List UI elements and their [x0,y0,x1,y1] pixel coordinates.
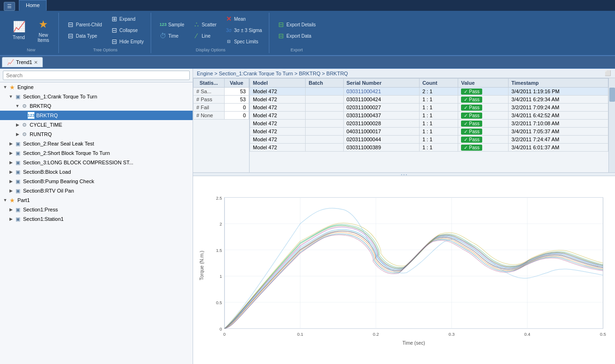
cell-model: Model 472 [250,144,306,152]
tree-item-section1press[interactable]: ▶ ▣ Section1:Press [0,205,193,214]
table-row[interactable]: Model 472 030311000389 1 : 1 ✓ Pass 3/4/… [250,144,608,152]
tree-item-brktrq[interactable]: 123 BRKTRQ [0,111,193,120]
section2b-icon: ▣ [14,149,22,157]
tree-item-engine[interactable]: ▼ ★ Engine [0,82,193,92]
panel-restore-btn[interactable]: ⬜ [605,70,611,76]
search-box [0,69,193,82]
section3-icon: ▣ [14,159,22,166]
cell-count: 1 : 1 [419,136,458,144]
cell-timestamp: 3/2/2011 7:24:47 AM [509,136,608,144]
cell-count: 1 : 1 [419,120,458,128]
table-area: Statis... Value # Sa... 53 # Pass 53 [193,78,615,172]
cell-batch [306,96,343,104]
ribbon-group-export: ⊟ Export Details ⊟ Export Data Export [270,13,323,53]
table-row[interactable]: Model 472 020311000027 1 : 1 ✓ Pass 3/2/… [250,104,608,112]
trend-tab-label: Trend1 [16,59,32,65]
table-row[interactable]: Model 472 020311000044 1 : 1 ✓ Pass 3/2/… [250,136,608,144]
stat-value-pass: 53 [224,96,249,104]
main-data-panel: Model Batch Serial Number Count Value Ti… [250,78,608,172]
expand-icon: ⊞ [111,15,118,23]
cell-model: Model 472 [250,128,306,136]
svg-text:0.2: 0.2 [373,332,379,337]
pass-badge: ✓ Pass [461,121,482,127]
collapse-button[interactable]: ⊟ Collapse [107,25,147,35]
table-row[interactable]: Model 472 020311000028 1 : 1 ✓ Pass 3/2/… [250,120,608,128]
time-icon: ⏱ [159,32,167,40]
sigma-button[interactable]: 3σ 3σ ± 3 Sigma [222,25,265,35]
ribbon-group-tree: ⊟ Parent-Child ⊟ Data Type ⊞ Expand ⊟ [60,13,151,53]
cell-value: ✓ Pass [458,120,509,128]
engine-icon: ★ [8,83,16,91]
table-row[interactable]: Model 472 040311000017 1 : 1 ✓ Pass 3/4/… [250,128,608,136]
parent-child-button[interactable]: ⊟ Parent-Child [64,19,105,30]
tree-item-section2b[interactable]: ▶ ▣ Section_2:Short Block Torque To Turn [0,148,193,158]
data-type-icon: ⊟ [67,32,74,40]
tree-item-section1station[interactable]: ▶ ▣ Section1:Station1 [0,214,193,224]
stats-panel: Statis... Value # Sa... 53 # Pass 53 [193,78,250,172]
trend1-tab[interactable]: 📈 Trend1 ✕ [2,57,43,67]
trend-tab-close[interactable]: ✕ [34,60,38,65]
cell-value: ✓ Pass [458,144,509,152]
tree-label-brktrq: BRKTRQ [36,113,58,118]
time-button[interactable]: ⏱ Time [156,31,187,41]
export-data-icon: ⊟ [277,32,285,40]
section2a-icon: ▣ [14,140,22,147]
tree-item-section3[interactable]: ▶ ▣ Section_3:LONG BLOCK COMPRESSION ST.… [0,158,193,167]
cell-serial: 030311000421 [343,88,419,96]
stats-col-stat: Statis... [194,79,225,88]
hide-empty-button[interactable]: ⊟ Hide Empty [107,36,147,47]
svg-text:0.3: 0.3 [449,332,455,337]
tree-item-sectionb1[interactable]: ▶ ▣ SectionB:Block Load [0,167,193,177]
cell-count: 1 : 1 [419,96,458,104]
pass-badge: ✓ Pass [461,129,482,135]
splitter[interactable]: • • • [193,172,615,176]
runtrq-icon: ⚙ [21,130,28,138]
svg-text:0: 0 [219,327,222,332]
parent-child-icon: ⊟ [67,21,74,28]
cell-count: 1 : 1 [419,144,458,152]
part1-icon: ★ [8,196,16,204]
cell-timestamp: 3/4/2011 7:05:37 AM [509,128,608,136]
table-row[interactable]: Model 472 030311000437 1 : 1 ✓ Pass 3/4/… [250,112,608,120]
spec-limits-button[interactable]: ⊟ Spec Limits [222,36,265,47]
tree-item-part1[interactable]: ▼ ★ Part1 [0,195,193,205]
new-items-button[interactable]: ★ NewItems [32,16,55,45]
export-details-button[interactable]: ⊟ Export Details [274,19,319,30]
tree-label-engine: Engine [17,84,33,90]
cycletime-icon: ⚙ [21,121,28,129]
tree-item-runtrq[interactable]: ▶ ⚙ RUNTRQ [0,129,193,139]
tree-label-section1press: Section1:Press [23,207,58,212]
stats-table: Statis... Value # Sa... 53 # Pass 53 [193,78,249,120]
tree-item-brktrq-group[interactable]: ▼ ⚙ BRKTRQ [0,101,193,111]
home-tab[interactable]: Home [19,0,47,11]
pass-badge: ✓ Pass [461,113,482,119]
mean-button[interactable]: ✕ Mean [222,14,265,24]
svg-text:0.5: 0.5 [600,332,606,337]
stat-value-none: 0 [224,112,249,120]
data-type-button[interactable]: ⊟ Data Type [64,31,105,41]
tree-item-cycletime[interactable]: ▶ ⚙ CYCLE_TIME [0,120,193,129]
expand-button[interactable]: ⊞ Expand [107,14,147,24]
line-button[interactable]: ∕ Line [189,31,220,41]
tree-item-sectionb3[interactable]: ▶ ▣ SectionB:RTV Oil Pan [0,186,193,195]
table-row[interactable]: Model 472 030311000421 2 : 1 ✓ Pass 3/4/… [250,88,608,96]
export-data-button[interactable]: ⊟ Export Data [274,31,319,41]
app-menu-btn[interactable]: ☰ [4,2,15,11]
scatter-button[interactable]: ∴ Scatter [189,19,220,30]
brktrq-group-icon: ⚙ [21,102,28,110]
tree-item-section2a[interactable]: ▶ ▣ Section_2:Rear Seal Leak Test [0,139,193,148]
trend-button[interactable]: 📈 Trend [8,18,30,42]
tree-item-section1[interactable]: ▼ ▣ Section_1:Crank Torque To Turn [0,92,193,101]
sample-button[interactable]: 123 Sample [156,19,187,30]
cell-batch [306,136,343,144]
line-icon: ∕ [193,32,200,40]
table-scrollbar[interactable] [608,78,615,172]
cell-batch [306,112,343,120]
cell-serial: 020311000044 [343,136,419,144]
cell-serial: 020311000028 [343,120,419,128]
tree-item-sectionb2[interactable]: ▶ ▣ SectionB:Pump Bearing Check [0,177,193,186]
search-input[interactable] [3,71,190,80]
display-options-label: Display Options [196,48,226,52]
cell-batch [306,88,343,96]
table-row[interactable]: Model 472 030311000424 1 : 1 ✓ Pass 3/4/… [250,96,608,104]
